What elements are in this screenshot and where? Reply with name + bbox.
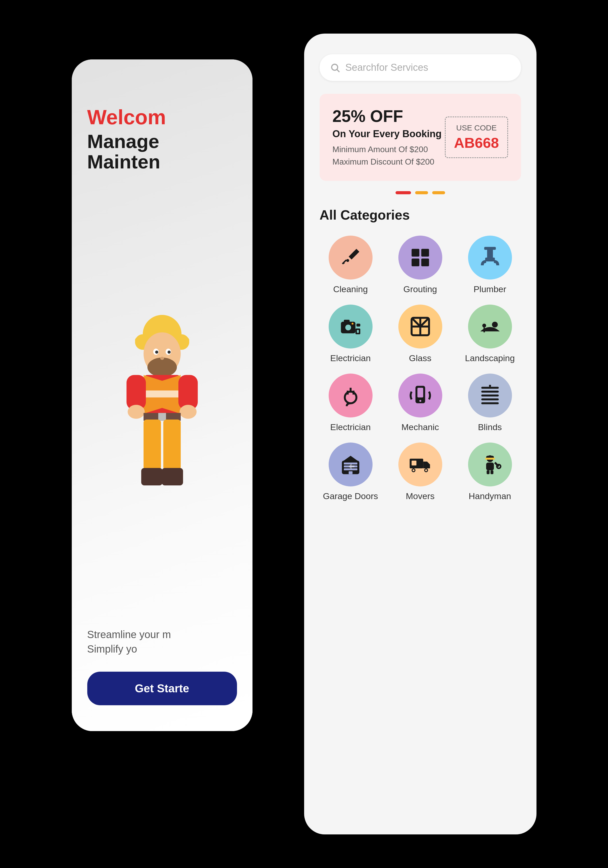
svg-rect-56 <box>481 387 499 389</box>
categories-title: All Categories <box>320 207 521 223</box>
dot-2[interactable] <box>415 191 428 194</box>
svg-rect-33 <box>484 247 496 250</box>
category-cleaning[interactable]: Cleaning <box>320 236 382 294</box>
garage-icon <box>339 453 362 476</box>
garage-label: Garage Doors <box>323 491 378 501</box>
category-movers[interactable]: Movers <box>389 443 451 501</box>
mechanic-circle <box>398 374 442 417</box>
category-mechanic[interactable]: Mechanic <box>389 374 451 432</box>
dot-1[interactable] <box>396 191 411 194</box>
category-landscaping[interactable]: Landscaping <box>459 305 521 363</box>
svg-rect-59 <box>481 398 499 400</box>
blinds-circle <box>468 374 512 417</box>
handyman-label: Handyman <box>469 491 511 501</box>
svg-rect-58 <box>481 394 499 397</box>
electrician1-label: Electrician <box>330 353 371 363</box>
category-garage[interactable]: Garage Doors <box>320 443 382 501</box>
svg-point-47 <box>482 324 486 327</box>
svg-point-49 <box>345 392 356 403</box>
category-plumber[interactable]: Plumber <box>459 236 521 294</box>
promo-info: 25% OFF On Your Every Booking Minimum Am… <box>333 107 445 168</box>
category-grouting[interactable]: Grouting <box>389 236 451 294</box>
svg-rect-65 <box>343 468 357 470</box>
pipe-icon <box>478 246 502 269</box>
left-phone: Welcom Manage Mainten <box>72 59 252 731</box>
use-code-label: USE CODE <box>454 124 499 132</box>
plumber-circle <box>468 236 512 279</box>
blinds-label: Blinds <box>478 422 502 432</box>
svg-rect-29 <box>412 259 419 267</box>
svg-rect-79 <box>486 470 489 474</box>
svg-rect-32 <box>485 257 495 262</box>
svg-rect-80 <box>490 470 493 474</box>
svg-rect-36 <box>343 320 350 322</box>
svg-rect-63 <box>343 463 357 465</box>
electrician2-circle <box>329 374 373 417</box>
movers-circle <box>398 443 442 487</box>
svg-rect-76 <box>485 458 495 460</box>
electrician2-label: Electrician <box>330 422 371 432</box>
landscaping-label: Landscaping <box>465 353 515 363</box>
svg-rect-27 <box>412 249 419 257</box>
svg-rect-19 <box>144 420 161 470</box>
garage-circle <box>329 443 373 487</box>
svg-rect-14 <box>178 375 198 410</box>
svg-point-72 <box>425 470 427 471</box>
svg-rect-22 <box>162 468 183 486</box>
svg-rect-20 <box>163 420 181 470</box>
grouting-circle <box>398 236 442 279</box>
svg-rect-37 <box>356 324 360 327</box>
grid-icon <box>409 246 432 269</box>
streamline-text: Streamline your mSimplify yo <box>87 627 237 656</box>
svg-rect-57 <box>481 391 499 393</box>
svg-point-23 <box>331 64 337 70</box>
svg-point-35 <box>345 325 351 331</box>
svg-rect-54 <box>417 388 423 398</box>
category-blinds[interactable]: Blinds <box>459 374 521 432</box>
landscape-icon <box>478 315 502 338</box>
svg-point-9 <box>160 357 164 360</box>
svg-rect-60 <box>481 402 499 404</box>
right-phone: Searchfor Services 25% OFF On Your Every… <box>304 34 537 834</box>
cleaning-circle <box>329 236 373 279</box>
promo-code-box: USE CODE AB668 <box>445 116 508 158</box>
mechanic-label: Mechanic <box>401 422 439 432</box>
svg-rect-21 <box>141 468 162 486</box>
svg-rect-18 <box>158 413 166 421</box>
svg-rect-30 <box>421 259 429 267</box>
grouting-label: Grouting <box>403 284 437 294</box>
svg-point-8 <box>167 350 171 353</box>
category-electrician-2[interactable]: Electrician <box>320 374 382 432</box>
glass-circle <box>398 305 442 349</box>
svg-line-44 <box>412 318 420 327</box>
svg-point-38 <box>351 322 353 325</box>
svg-point-15 <box>128 405 145 419</box>
svg-rect-66 <box>348 471 353 474</box>
search-bar[interactable]: Searchfor Services <box>320 54 521 81</box>
plug-icon <box>339 384 362 407</box>
broom-icon <box>339 246 362 269</box>
glass-label: Glass <box>409 353 432 363</box>
plumber-label: Plumber <box>473 284 506 294</box>
search-icon <box>330 62 340 73</box>
welcome-text: Welcom <box>87 106 237 129</box>
categories-grid: Cleaning Grouting <box>320 236 521 501</box>
category-handyman[interactable]: Handyman <box>459 443 521 501</box>
promo-min-amount: Minimum Amount Of $200 Maximum Discount … <box>333 143 445 168</box>
category-glass[interactable]: Glass <box>389 305 451 363</box>
svg-point-25 <box>346 259 349 262</box>
svg-rect-13 <box>127 375 146 410</box>
category-electrician-1[interactable]: Electrician <box>320 305 382 363</box>
svg-rect-74 <box>486 463 494 470</box>
promo-off-text: 25% OFF <box>333 107 445 126</box>
svg-rect-40 <box>357 330 359 333</box>
truck-icon <box>409 453 432 476</box>
svg-point-71 <box>413 470 415 471</box>
dot-3[interactable] <box>432 191 445 194</box>
svg-rect-28 <box>421 249 429 257</box>
search-placeholder: Searchfor Services <box>345 62 428 73</box>
handyman-circle <box>468 443 512 487</box>
phone-vibrate-icon <box>409 384 432 407</box>
get-started-button[interactable]: Get Starte <box>87 672 237 705</box>
svg-line-24 <box>337 70 339 72</box>
